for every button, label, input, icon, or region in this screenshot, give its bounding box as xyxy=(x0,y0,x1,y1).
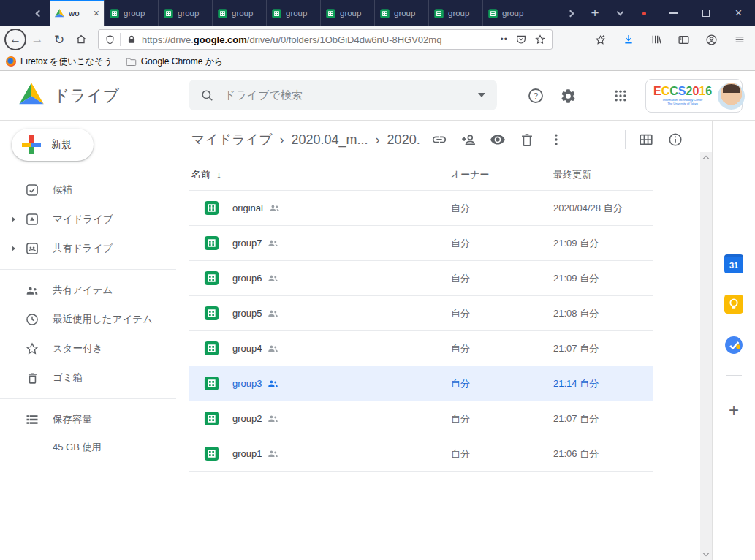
sheets-file-icon xyxy=(203,235,220,251)
settings-button[interactable] xyxy=(558,86,577,105)
scroll-up-icon[interactable] xyxy=(703,156,709,162)
table-row[interactable]: group5 自分 21:08 自分 xyxy=(189,296,653,331)
inactive-tabs: group group group group group group grou… xyxy=(104,0,536,26)
sidebar-item-my-drive[interactable]: マイドライブ xyxy=(0,205,189,234)
sidebar-item-priority[interactable]: 候補 xyxy=(0,175,189,205)
search-icon[interactable] xyxy=(200,88,214,102)
bookmark-firefox[interactable]: Firefox を使いこなそう xyxy=(6,56,113,68)
save-to-pocket-star-button[interactable] xyxy=(589,29,612,50)
file-modified: 21:07 自分 xyxy=(553,342,599,355)
browser-tab[interactable]: group xyxy=(428,0,482,26)
search-options-dropdown-icon[interactable] xyxy=(478,93,485,97)
page-scrollbar[interactable] xyxy=(700,152,712,560)
search-input[interactable]: ドライブで検索 xyxy=(189,80,497,110)
tabbar-controls: + × xyxy=(558,0,755,26)
minimize-button[interactable] xyxy=(656,0,689,26)
column-owner[interactable]: オーナー xyxy=(451,168,490,181)
reload-button[interactable]: ↻ xyxy=(48,29,70,50)
back-button[interactable]: ← xyxy=(4,29,26,50)
google-apps-button[interactable] xyxy=(611,86,630,105)
my-drive-icon xyxy=(25,212,39,227)
browser-tab[interactable]: group xyxy=(320,0,374,26)
grid-view-button[interactable] xyxy=(631,125,661,154)
user-avatar[interactable] xyxy=(718,83,745,110)
sidebars-button[interactable] xyxy=(672,29,695,50)
close-window-button[interactable]: × xyxy=(722,0,755,26)
column-name[interactable]: 名前 ↓ xyxy=(191,168,221,181)
breadcrumb-my-drive[interactable]: マイドライブ xyxy=(191,131,273,148)
delete-button[interactable] xyxy=(512,125,542,154)
preview-button[interactable] xyxy=(483,125,512,154)
sidebar-item-shared-with-me[interactable]: 共有アイテム xyxy=(0,276,189,305)
get-link-button[interactable] xyxy=(425,125,454,154)
column-modified[interactable]: 最終更新 xyxy=(553,168,591,181)
sidebar-item-trash[interactable]: ゴミ箱 xyxy=(0,363,189,393)
browser-tab[interactable]: group xyxy=(374,0,428,26)
tab-label: group xyxy=(178,9,208,18)
browser-tab[interactable]: group xyxy=(158,0,212,26)
breadcrumb-toolbar: マイドライブ › 2020.04_m... › 2020. xyxy=(189,121,700,159)
account-button[interactable] xyxy=(700,29,723,50)
info-button[interactable] xyxy=(661,125,690,154)
share-button[interactable] xyxy=(454,125,483,154)
new-button[interactable]: 新規 xyxy=(12,129,94,161)
browser-tab[interactable]: group xyxy=(482,0,536,26)
browser-tab[interactable]: group xyxy=(266,0,320,26)
sidebar-item-storage[interactable]: 保存容量 xyxy=(0,405,189,434)
tab-label: group xyxy=(124,9,153,18)
file-modified: 21:06 自分 xyxy=(553,447,599,461)
browser-tab[interactable]: group xyxy=(104,0,158,26)
sidebar-item-starred[interactable]: スター付き xyxy=(0,334,189,363)
table-row[interactable]: group7 自分 21:09 自分 xyxy=(189,226,653,261)
library-button[interactable] xyxy=(645,29,667,50)
new-tab-button[interactable]: + xyxy=(583,0,607,26)
forward-button[interactable]: → xyxy=(26,29,48,50)
drive-header: ドライブ ドライブで検索 ? ECCS2016 Information Tech… xyxy=(0,71,755,121)
help-button[interactable]: ? xyxy=(526,86,545,105)
table-row[interactable]: group4 自分 21:07 自分 xyxy=(189,331,653,366)
scroll-tabs-right-button[interactable] xyxy=(558,0,583,26)
tasks-icon[interactable] xyxy=(724,336,743,355)
active-tab[interactable]: wo × xyxy=(50,0,104,26)
drive-sidebar: 新規 候補 マイドライブ 共有ドライブ 共有アイテム xyxy=(0,121,189,560)
shared-people-icon xyxy=(267,447,279,460)
sort-desc-icon[interactable]: ↓ xyxy=(216,169,221,181)
bookmark-folder-chrome[interactable]: Google Chrome から xyxy=(126,56,224,68)
pocket-icon[interactable] xyxy=(515,34,527,45)
library-icon xyxy=(650,34,662,45)
table-row[interactable]: group6 自分 21:09 自分 xyxy=(189,261,653,296)
add-addon-button[interactable]: + xyxy=(729,400,739,419)
home-button[interactable] xyxy=(70,29,92,50)
account-badge[interactable]: ECCS2016 Information Technology Center T… xyxy=(645,79,743,113)
table-row[interactable]: group1 自分 21:06 自分 xyxy=(189,436,653,472)
bookmark-label: Firefox を使いこなそう xyxy=(20,56,113,68)
close-icon: × xyxy=(735,6,743,20)
table-row[interactable]: group3 自分 21:14 自分 xyxy=(189,366,653,401)
keep-icon[interactable] xyxy=(724,295,743,314)
browser-tab[interactable]: group xyxy=(212,0,266,26)
breadcrumb-folder-1[interactable]: 2020.04_m... xyxy=(292,132,368,148)
table-row[interactable]: group2 自分 21:07 自分 xyxy=(189,401,653,436)
tab-close-icon[interactable]: × xyxy=(94,8,99,18)
url-text[interactable]: https://drive.google.com/drive/u/0/folde… xyxy=(142,34,496,45)
downloads-button[interactable] xyxy=(617,29,640,50)
bookmark-star-icon[interactable] xyxy=(534,34,546,45)
sidebar-item-shared-drives[interactable]: 共有ドライブ xyxy=(0,234,189,263)
list-all-tabs-button[interactable] xyxy=(607,0,632,26)
table-row[interactable]: original 自分 2020/04/28 自分 xyxy=(189,191,653,226)
tracking-protection-shield-icon[interactable] xyxy=(105,34,115,45)
menu-button[interactable] xyxy=(728,29,751,50)
url-bar[interactable]: https://drive.google.com/drive/u/0/folde… xyxy=(98,29,553,50)
breadcrumb-folder-2[interactable]: 2020. xyxy=(387,132,420,148)
more-actions-button[interactable] xyxy=(542,125,571,154)
maximize-button[interactable] xyxy=(689,0,722,26)
sidebar-item-recent[interactable]: 最近使用したアイテム xyxy=(0,305,189,334)
expand-caret-icon[interactable] xyxy=(12,246,15,251)
sheets-file-icon xyxy=(203,445,220,462)
calendar-icon[interactable]: 31 xyxy=(724,254,743,273)
drive-logo-icon[interactable] xyxy=(18,81,45,109)
scroll-tabs-left-button[interactable] xyxy=(28,0,50,26)
scroll-down-icon[interactable] xyxy=(703,550,709,556)
expand-caret-icon[interactable] xyxy=(12,216,15,222)
sheets-favicon-icon xyxy=(217,8,228,19)
